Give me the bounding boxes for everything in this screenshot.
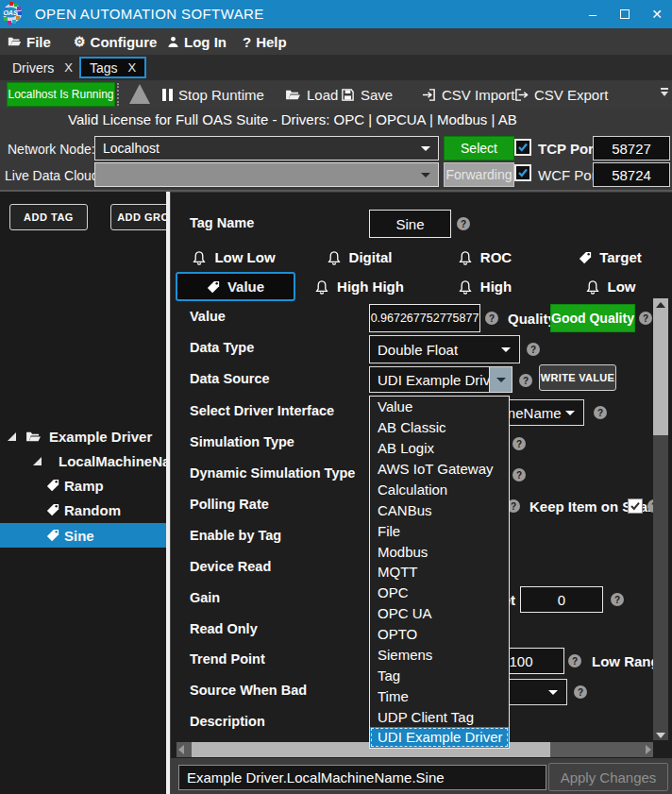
tree-node-ramp[interactable]: Ramp	[0, 473, 166, 498]
data-source-option[interactable]: AB Logix	[370, 438, 509, 459]
quality-label: Quality	[508, 311, 556, 327]
data-source-option[interactable]: MQTT	[370, 562, 509, 583]
tree-node-example-driver[interactable]: Example Driver	[0, 424, 166, 448]
wcf-port-checkbox[interactable]	[514, 164, 531, 181]
tab-digital[interactable]: Digital	[296, 243, 422, 272]
help-icon[interactable]: ?	[594, 406, 607, 419]
tcp-port-checkbox[interactable]	[514, 139, 531, 156]
data-source-option[interactable]: Calculation	[370, 480, 509, 500]
tag-path-input[interactable]: Example Driver.LocalMachineName.Sine	[178, 765, 546, 790]
tab-drivers[interactable]: Drivers X	[4, 57, 81, 78]
wcf-port-value[interactable]: 58724	[593, 162, 670, 187]
data-source-option[interactable]: CANBus	[370, 499, 509, 520]
runtime-status-button[interactable]: Localhost Is Running	[7, 82, 115, 107]
data-source-option[interactable]: OPC UA	[370, 603, 509, 624]
data-source-option[interactable]: Tag	[370, 665, 509, 685]
write-value-button[interactable]: WRITE VALUE	[539, 364, 616, 391]
runtime-triangle-icon[interactable]	[129, 84, 150, 104]
tab-high-high[interactable]: High High	[296, 272, 422, 301]
help-icon[interactable]: ?	[485, 312, 498, 325]
help-icon[interactable]: ?	[527, 343, 540, 356]
tab-low-low[interactable]: Low Low	[171, 243, 296, 272]
save-button[interactable]: Save	[341, 80, 393, 109]
menu-file[interactable]: File	[8, 28, 51, 55]
network-node-combo[interactable]: Localhost	[94, 136, 439, 160]
help-icon[interactable]: ?	[574, 685, 587, 699]
data-source-option[interactable]: Time	[370, 685, 509, 706]
csv-import-button[interactable]: CSV Import	[422, 80, 515, 109]
add-group-button[interactable]: ADD GROUP	[110, 204, 166, 230]
vertical-scrollbar-thumb[interactable]	[653, 311, 668, 435]
menu-configure-label: Configure	[91, 34, 158, 50]
menu-log-in[interactable]: Log In	[167, 28, 227, 55]
check-icon	[517, 167, 529, 178]
data-source-option[interactable]: UDI Example Driver	[370, 727, 509, 748]
data-source-combo[interactable]: UDI Example Driver	[369, 366, 512, 393]
network-node-value: Localhost	[103, 141, 160, 156]
data-source-option[interactable]: Value	[370, 397, 509, 417]
tab-tags[interactable]: Tags X	[79, 57, 146, 78]
help-icon[interactable]: ?	[611, 593, 624, 606]
help-icon[interactable]: ?	[519, 374, 532, 387]
question-icon: ?	[243, 34, 251, 50]
tab-tags-close-icon[interactable]: X	[128, 60, 137, 75]
tab-low[interactable]: Low	[547, 272, 672, 301]
data-source-option[interactable]: OPC	[370, 583, 509, 603]
minimize-button[interactable]: –	[578, 0, 608, 28]
tree-expander-icon[interactable]	[8, 432, 16, 441]
tree-node-localmachinename[interactable]: LocalMachineName	[0, 448, 166, 473]
arrow-down-icon[interactable]	[656, 733, 665, 738]
chevron-down-icon	[501, 347, 511, 352]
apply-changes-button[interactable]: Apply Changes	[548, 763, 668, 791]
live-data-cloud-label: Live Data Cloud:	[5, 168, 103, 183]
tab-tags-label: Tags	[90, 60, 118, 76]
maximize-button[interactable]	[610, 0, 640, 28]
csv-export-button[interactable]: CSV Export	[514, 80, 608, 109]
tab-drivers-close-icon[interactable]: X	[64, 60, 73, 75]
help-icon[interactable]: ?	[639, 312, 652, 325]
data-type-combo[interactable]: Double Float	[369, 335, 520, 363]
toolbar-overflow-button[interactable]	[660, 88, 669, 96]
help-icon[interactable]: ?	[512, 437, 526, 450]
arrow-right-icon[interactable]	[646, 745, 651, 754]
keep-item-on-scan-checkbox[interactable]	[628, 498, 643, 514]
tcp-port-value[interactable]: 58727	[593, 136, 670, 160]
tab-high[interactable]: High	[422, 272, 547, 301]
select-driver-interface-label: Select Driver Interface	[190, 403, 334, 418]
tab-roc[interactable]: ROC	[422, 243, 547, 272]
data-source-option[interactable]: Modbus	[370, 541, 509, 562]
combo-dropdown-button[interactable]	[489, 367, 512, 392]
data-source-option[interactable]: Siemens	[370, 645, 509, 666]
network-node-label: Network Node:	[8, 142, 95, 157]
data-source-option[interactable]: AWS IoT Gateway	[370, 459, 509, 480]
tab-drivers-label: Drivers	[12, 60, 54, 76]
add-tag-button[interactable]: ADD TAG	[9, 204, 88, 230]
value-input[interactable]: 0.967267752775877	[369, 304, 480, 332]
tag-editor-panel: Tag Name Sine ? Low Low Digital ROC Targ…	[170, 193, 672, 758]
value-label: Value	[190, 309, 226, 324]
data-source-option[interactable]: UDP Client Tag	[370, 706, 509, 727]
tree-node-random[interactable]: Random	[0, 498, 166, 522]
help-icon[interactable]: ?	[457, 217, 470, 230]
vertical-scrollbar[interactable]	[653, 298, 668, 740]
forwarding-button[interactable]: Forwarding	[444, 162, 514, 187]
tree-node-sine[interactable]: Sine	[0, 523, 166, 548]
tag-name-input[interactable]: Sine	[369, 210, 451, 238]
help-icon[interactable]: ?	[568, 654, 581, 667]
offset-input[interactable]: 0	[520, 586, 603, 613]
scroll-up-button[interactable]	[653, 298, 668, 312]
live-data-cloud-combo[interactable]	[94, 162, 439, 187]
tree-expander-icon[interactable]	[33, 457, 42, 465]
menu-help[interactable]: ? Help	[243, 28, 287, 55]
menu-configure[interactable]: ⚙ Configure	[74, 28, 157, 55]
data-source-option[interactable]: OPTO	[370, 624, 509, 645]
arrow-left-icon[interactable]	[178, 745, 184, 754]
stop-runtime-button[interactable]: Stop Runtime	[162, 80, 264, 109]
data-source-option[interactable]: File	[370, 520, 509, 541]
data-source-option[interactable]: AB Classic	[370, 417, 509, 438]
help-icon[interactable]: ?	[512, 468, 526, 481]
tab-target[interactable]: Target	[547, 243, 672, 272]
close-button[interactable]: ✕	[642, 0, 672, 28]
select-node-button[interactable]: Select	[444, 136, 514, 160]
load-button[interactable]: Load	[285, 80, 338, 109]
